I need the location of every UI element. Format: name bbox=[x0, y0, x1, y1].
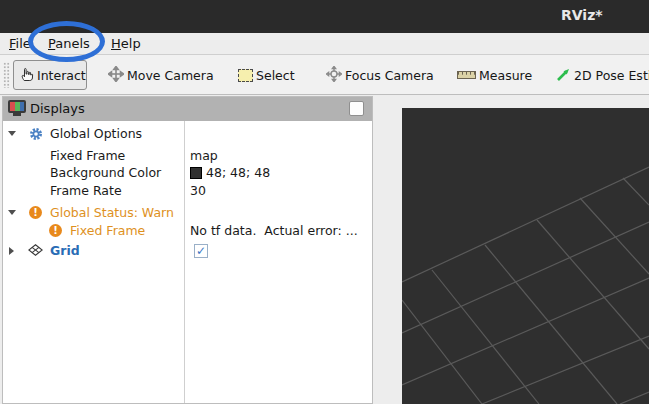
background-color-text: 48; 48; 48 bbox=[206, 165, 270, 180]
ruler-icon bbox=[457, 71, 476, 79]
fixed-frame-status-value: No tf data. Actual error: ... bbox=[190, 223, 358, 238]
grid-display-icon bbox=[28, 244, 43, 259]
expander-down-icon[interactable] bbox=[8, 210, 16, 215]
pose-arrow-icon bbox=[555, 66, 571, 85]
toolbar-drag-handle[interactable] bbox=[3, 62, 10, 88]
grid-label: Grid bbox=[50, 243, 80, 258]
warning-icon: ! bbox=[29, 206, 42, 219]
window-titlebar: RViz* bbox=[0, 0, 649, 33]
background-color-value[interactable]: 48; 48; 48 bbox=[190, 165, 270, 180]
displays-panel-header[interactable]: Displays bbox=[3, 97, 372, 121]
displays-monitor-icon bbox=[8, 100, 26, 117]
ground-grid bbox=[402, 108, 649, 404]
window-title: RViz* bbox=[561, 7, 603, 23]
frame-rate-label: Frame Rate bbox=[50, 183, 122, 198]
row-global-status[interactable]: ! Global Status: Warn bbox=[3, 204, 372, 221]
warning-icon: ! bbox=[49, 224, 62, 237]
row-background-color[interactable]: Background Color 48; 48; 48 bbox=[3, 164, 372, 181]
focus-crosshair-icon bbox=[326, 66, 342, 85]
hand-cursor-icon bbox=[18, 66, 34, 85]
row-fixed-frame[interactable]: Fixed Frame map bbox=[3, 147, 372, 164]
select-label: Select bbox=[256, 68, 295, 83]
render-viewport[interactable] bbox=[402, 108, 649, 404]
fixed-frame-label: Fixed Frame bbox=[50, 148, 125, 163]
focus-camera-button[interactable]: Focus Camera bbox=[322, 60, 438, 90]
displays-panel: Displays Global Options Fixed Frame map … bbox=[2, 96, 373, 404]
interact-label: Interact bbox=[37, 68, 86, 83]
measure-label: Measure bbox=[479, 68, 532, 83]
selection-box-icon bbox=[238, 69, 253, 82]
toolbar: Interact Move Camera Select bbox=[0, 55, 649, 95]
menu-bar: File Panels Help bbox=[0, 33, 649, 55]
row-global-options[interactable]: Global Options bbox=[3, 125, 372, 142]
menu-file[interactable]: File bbox=[5, 33, 35, 55]
global-status-label: Global Status: Warn bbox=[50, 205, 174, 220]
menu-help[interactable]: Help bbox=[107, 33, 145, 55]
global-options-label: Global Options bbox=[50, 126, 142, 141]
menu-panels[interactable]: Panels bbox=[44, 33, 94, 55]
move-camera-label: Move Camera bbox=[127, 68, 214, 83]
fixed-frame-value[interactable]: map bbox=[190, 148, 218, 163]
row-frame-rate[interactable]: Frame Rate 30 bbox=[3, 182, 372, 199]
gear-icon bbox=[29, 127, 43, 144]
color-swatch bbox=[190, 167, 202, 179]
pose-estimate-label: 2D Pose Esti bbox=[574, 68, 649, 83]
move-arrows-icon bbox=[108, 66, 124, 85]
frame-rate-value[interactable]: 30 bbox=[190, 183, 206, 198]
grid-enabled-checkbox[interactable]: ✓ bbox=[194, 244, 208, 258]
pose-estimate-button[interactable]: 2D Pose Esti bbox=[551, 60, 649, 90]
displays-panel-title: Displays bbox=[30, 101, 85, 116]
interact-button[interactable]: Interact bbox=[13, 60, 87, 90]
row-fixed-frame-status[interactable]: ! Fixed Frame No tf data. Actual error: … bbox=[3, 222, 372, 239]
fixed-frame-status-label: Fixed Frame bbox=[70, 223, 145, 238]
measure-button[interactable]: Measure bbox=[453, 60, 536, 90]
panel-float-button[interactable] bbox=[349, 101, 364, 116]
focus-camera-label: Focus Camera bbox=[345, 68, 434, 83]
move-camera-button[interactable]: Move Camera bbox=[104, 60, 218, 90]
expander-right-icon[interactable] bbox=[9, 247, 14, 255]
row-grid[interactable]: Grid ✓ bbox=[3, 242, 372, 259]
select-button[interactable]: Select bbox=[234, 60, 299, 90]
expander-down-icon[interactable] bbox=[8, 131, 16, 136]
background-color-label: Background Color bbox=[50, 165, 161, 180]
